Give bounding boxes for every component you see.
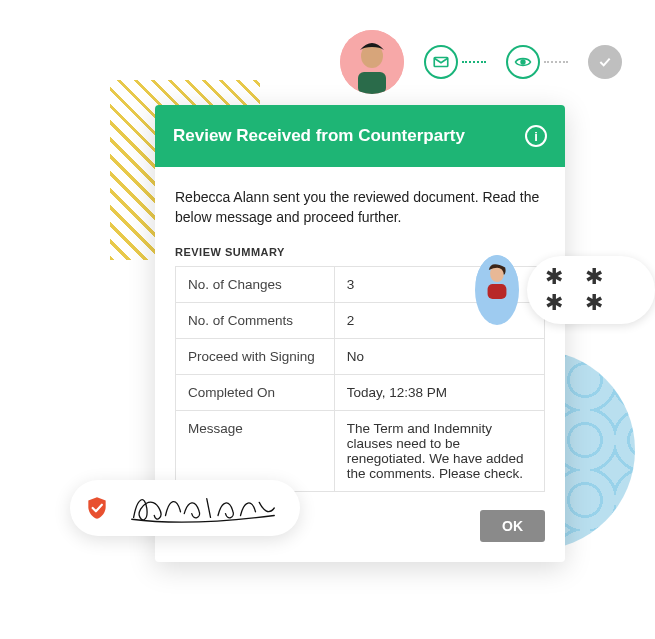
info-icon[interactable]: i xyxy=(525,125,547,147)
svg-rect-2 xyxy=(358,72,386,94)
row-label: No. of Comments xyxy=(176,302,335,338)
check-icon xyxy=(588,45,622,79)
step-connector xyxy=(462,61,486,63)
dialog-header: Review Received from Counterparty i xyxy=(155,105,565,167)
row-label: No. of Changes xyxy=(176,266,335,302)
row-label: Proceed with Signing xyxy=(176,338,335,374)
step-connector xyxy=(544,61,568,63)
table-row: Completed On Today, 12:38 PM xyxy=(176,374,545,410)
row-label: Completed On xyxy=(176,374,335,410)
masked-pin: ✱ ✱ ✱ ✱ xyxy=(527,256,655,324)
eye-icon xyxy=(506,45,540,79)
ok-button[interactable]: OK xyxy=(480,510,545,542)
row-value: No xyxy=(334,338,544,374)
intro-text: Rebecca Alann sent you the reviewed docu… xyxy=(175,187,545,228)
dialog-title: Review Received from Counterparty xyxy=(173,126,465,146)
row-label: Message xyxy=(176,410,335,491)
avatar xyxy=(340,30,404,94)
svg-point-4 xyxy=(521,60,525,64)
row-value: The Term and Indemnity clauses need to b… xyxy=(334,410,544,491)
workflow-timeline xyxy=(340,30,622,94)
signature-scribble xyxy=(128,488,278,528)
mail-icon xyxy=(424,45,458,79)
dialog-body: Rebecca Alann sent you the reviewed docu… xyxy=(155,167,565,510)
svg-rect-7 xyxy=(488,284,507,299)
counterparty-avatar-group: ✱ ✱ ✱ ✱ xyxy=(475,255,655,325)
avatar xyxy=(475,255,519,325)
table-row: Message The Term and Indemnity clauses n… xyxy=(176,410,545,491)
row-value: Today, 12:38 PM xyxy=(334,374,544,410)
signature-badge xyxy=(70,480,300,536)
table-row: Proceed with Signing No xyxy=(176,338,545,374)
shield-icon xyxy=(78,489,116,527)
